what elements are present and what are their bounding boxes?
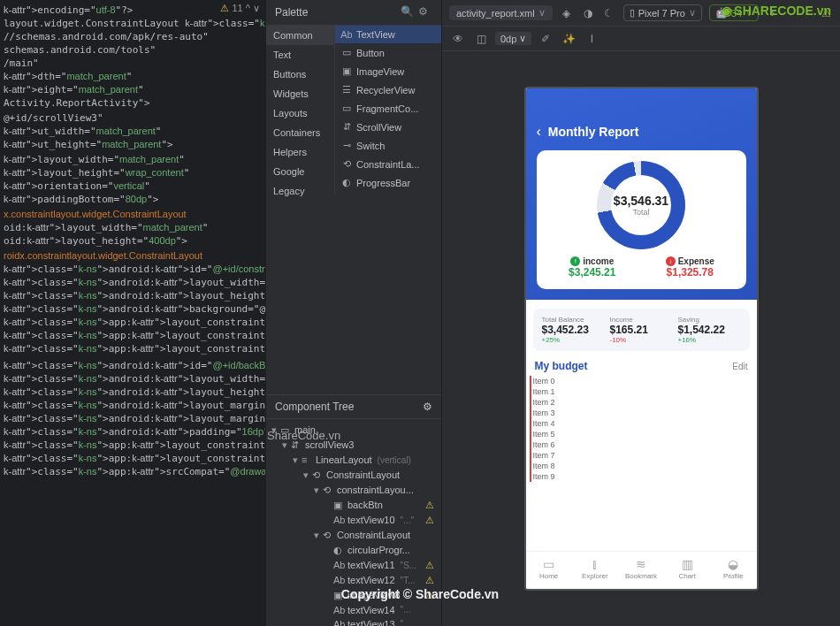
palette-item[interactable]: ◐ProgressBar — [335, 173, 441, 192]
tree-node[interactable]: AbtextView14"... — [266, 603, 441, 617]
report-card: $3,546.31 Total ↑income $3,245.21 ↓Expen… — [537, 150, 746, 289]
tree-node[interactable]: ▣backBtn⚠ — [266, 498, 441, 513]
nav-item[interactable]: ≋Bookmark — [618, 557, 664, 580]
guideline-icon[interactable]: ✐ — [537, 30, 554, 48]
blueprint-icon[interactable]: ◫ — [472, 30, 490, 48]
edit-button[interactable]: Edit — [732, 362, 747, 371]
tree-node[interactable]: ◐circularProgr... — [266, 543, 441, 558]
back-icon[interactable]: ‹ — [537, 124, 541, 140]
palette-item[interactable]: AbTextView — [335, 26, 441, 43]
stat-card: Income$165.21-10% — [610, 316, 673, 344]
tree-title: Component Tree — [275, 401, 423, 413]
gear-icon[interactable]: ⚙ — [418, 5, 432, 19]
tools-icon[interactable]: I — [583, 30, 600, 48]
tree-node[interactable]: AbtextView10"..."⚠ — [266, 513, 441, 528]
list-item[interactable]: Item 9 — [530, 471, 753, 482]
list-item[interactable]: Item 1 — [530, 386, 753, 397]
arrow-up-icon: ↑ — [570, 256, 580, 266]
tree-node[interactable]: AbtextView11"S...⚠ — [266, 558, 441, 573]
income-value: $3,245.21 — [547, 266, 638, 279]
code-editor[interactable]: ⚠ 11 ^ ∨ k-attr">encoding="utf-8"?>layou… — [0, 0, 265, 626]
palette-category[interactable]: Layouts — [266, 103, 334, 123]
watermark-logo: ◉SHARECODE.vn — [722, 4, 831, 18]
orientation-icon[interactable]: ◈ — [560, 6, 574, 20]
tree-node[interactable]: ▾⟲ConstraintLayout — [266, 528, 441, 543]
design-sub-toolbar: 👁 ◫ 0dp∨ ✐ ✨ I — [442, 27, 840, 51]
palette-item[interactable]: ▣ImageView — [335, 62, 441, 80]
list-item[interactable]: Item 5 — [530, 429, 753, 439]
palette-item[interactable]: ⊸Switch — [335, 136, 441, 155]
palette-item[interactable]: ☰RecyclerView — [335, 80, 441, 99]
stat-card: Total Balance$3,452.23+25% — [542, 316, 605, 344]
tree-node[interactable]: AbtextView12"T...⚠ — [266, 573, 441, 588]
palette-item[interactable]: ▭Button — [335, 43, 441, 62]
nav-item[interactable]: ▥Chart — [664, 557, 710, 580]
search-icon[interactable]: 🔍 — [401, 5, 415, 19]
list-item[interactable]: Item 4 — [530, 418, 753, 429]
palette-category[interactable]: Helpers — [266, 142, 334, 162]
theme-icon[interactable]: ◑ — [581, 6, 595, 20]
palette-category[interactable]: Text — [266, 45, 334, 65]
device-selector[interactable]: ▯Pixel 7 Pro∨ — [623, 4, 702, 21]
expense-value: $1,325.78 — [645, 266, 736, 279]
palette-category[interactable]: Containers — [266, 123, 334, 142]
default-margin[interactable]: 0dp∨ — [495, 32, 531, 45]
budget-title: My budget — [535, 360, 733, 372]
tree-node[interactable]: ▾⟲constraintLayou... — [266, 483, 441, 498]
list-item[interactable]: Item 2 — [530, 397, 753, 408]
page-title: Monthly Report — [548, 125, 639, 139]
palette-item[interactable]: ▭FragmentCo... — [335, 99, 441, 118]
problems-indicator[interactable]: ⚠ 11 ^ ∨ — [220, 3, 260, 14]
donut-chart: $3,546.31 Total — [597, 161, 685, 249]
stat-card: Saving$1,542.22+16% — [678, 316, 741, 344]
night-icon[interactable]: ☾ — [602, 6, 616, 20]
total-label: Total — [614, 208, 668, 217]
palette-category[interactable]: Google — [266, 162, 334, 181]
list-item[interactable]: Item 3 — [530, 408, 753, 418]
palette-category[interactable]: Common — [266, 26, 334, 45]
gear-icon[interactable]: ⚙ — [423, 401, 432, 413]
list-item[interactable]: Item 0 — [530, 376, 753, 386]
magic-icon[interactable]: ✨ — [560, 30, 577, 48]
palette-item[interactable]: ⟲ConstraintLa... — [335, 155, 441, 173]
palette-title: Palette — [275, 6, 397, 19]
design-surface[interactable]: ‹ Monthly Report $3,546.31 Total — [442, 51, 840, 626]
nav-item[interactable]: ⫿Explorer — [572, 557, 618, 580]
palette-item[interactable]: ⇵ScrollView — [335, 118, 441, 136]
watermark: Copyright © ShareCode.vn — [341, 587, 499, 601]
watermark: ShareCode.vn — [267, 429, 340, 442]
arrow-down-icon: ↓ — [666, 256, 676, 266]
list-item[interactable]: Item 8 — [530, 461, 753, 471]
list-item[interactable]: Item 7 — [530, 450, 753, 461]
palette-panel: Palette 🔍 ⚙ — CommonTextButtonsWidgetsLa… — [265, 0, 442, 626]
total-amount: $3,546.31 — [614, 194, 668, 208]
palette-category[interactable]: Widgets — [266, 84, 334, 103]
design-panel: activity_report.xml∨ ◈ ◑ ☾ ▯Pixel 7 Pro∨… — [442, 0, 840, 626]
list-item[interactable]: Item 6 — [530, 439, 753, 450]
nav-item[interactable]: ◒Profile — [710, 557, 756, 580]
tree-node[interactable]: ▾≡LinearLayout(vertical) — [266, 453, 441, 468]
tree-node[interactable]: AbtextView13"... — [266, 617, 441, 627]
nav-item[interactable]: ▭Home — [526, 557, 572, 580]
tree-node[interactable]: ▾⟲ConstraintLayout — [266, 468, 441, 483]
device-preview: ‹ Monthly Report $3,546.31 Total — [524, 87, 759, 591]
palette-category[interactable]: Buttons — [266, 65, 334, 84]
file-selector[interactable]: activity_report.xml∨ — [449, 5, 553, 20]
eye-icon[interactable]: 👁 — [449, 30, 467, 48]
